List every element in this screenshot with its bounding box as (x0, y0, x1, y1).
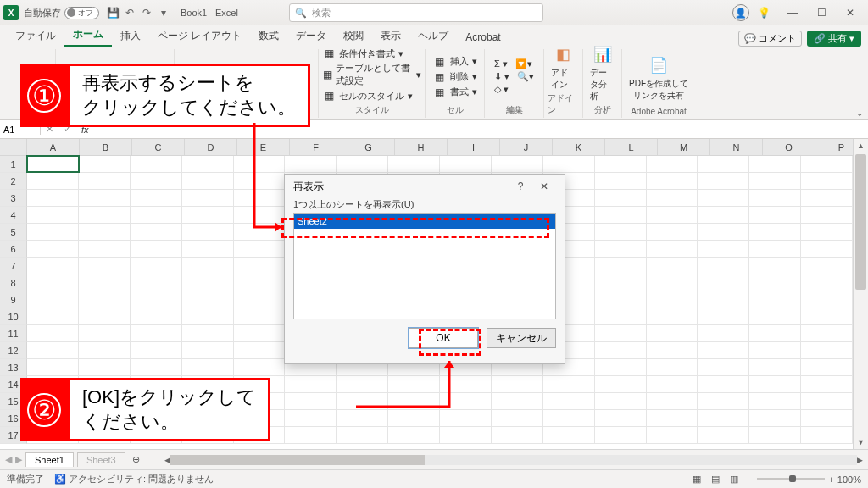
horizontal-scrollbar[interactable]: ◀ ▶ (164, 455, 863, 465)
cell[interactable] (647, 342, 698, 358)
minimize-button[interactable]: — (778, 7, 807, 19)
cell[interactable] (79, 190, 131, 206)
analyze-button[interactable]: 📊データ分析 (587, 43, 618, 103)
cell[interactable] (182, 190, 234, 206)
cell[interactable] (234, 190, 286, 206)
cell[interactable] (27, 308, 79, 324)
row-header[interactable]: 5 (0, 224, 27, 241)
cell[interactable] (647, 173, 698, 189)
zoom-slider[interactable]: − + 100% (748, 474, 861, 485)
cell[interactable] (801, 241, 853, 257)
cond-format-button[interactable]: ▦条件付き書式▾ (322, 47, 421, 60)
cell[interactable] (595, 342, 647, 358)
select-all-corner[interactable] (0, 139, 27, 156)
cell[interactable] (440, 427, 492, 443)
cell[interactable] (234, 173, 286, 189)
cell[interactable] (698, 342, 749, 358)
cell[interactable] (234, 258, 286, 274)
close-button[interactable]: ✕ (836, 7, 865, 19)
cell[interactable] (749, 359, 801, 375)
cell[interactable] (595, 274, 647, 291)
undo-icon[interactable]: ↶ (121, 7, 138, 19)
pdf-button[interactable]: 📄PDFを作成してリンクを共有 (626, 54, 692, 102)
cell[interactable] (27, 241, 79, 257)
cell[interactable] (698, 190, 749, 206)
cell[interactable] (492, 393, 543, 409)
cell[interactable] (79, 359, 131, 375)
cell[interactable] (749, 427, 801, 443)
cell[interactable] (595, 308, 647, 324)
help-icon[interactable]: 💡 (749, 7, 778, 19)
cell[interactable] (749, 376, 801, 392)
cell[interactable] (27, 207, 79, 223)
cell[interactable] (79, 207, 131, 223)
search-input[interactable]: 🔍 検索 (289, 3, 543, 22)
tab-review[interactable]: 校閲 (335, 25, 372, 47)
cell[interactable] (234, 224, 286, 240)
row-header[interactable]: 13 (0, 359, 27, 376)
scroll-thumb[interactable] (855, 154, 866, 290)
cell[interactable] (27, 342, 79, 358)
delete-cells-button[interactable]: ▦削除▾ (433, 70, 477, 84)
cell[interactable] (801, 393, 853, 409)
cell[interactable] (234, 308, 286, 324)
cell[interactable] (79, 258, 131, 274)
cell[interactable] (801, 359, 853, 375)
cell[interactable] (234, 156, 286, 172)
cell[interactable] (27, 156, 79, 172)
cell[interactable] (647, 224, 698, 240)
cell[interactable] (234, 207, 286, 223)
maximize-button[interactable]: ☐ (807, 7, 836, 19)
cell[interactable] (285, 410, 337, 426)
tab-formulas[interactable]: 数式 (250, 25, 287, 47)
cell-style-button[interactable]: ▦セルのスタイル▾ (322, 89, 421, 103)
dialog-help-icon[interactable]: ? (509, 180, 532, 192)
cell[interactable] (440, 393, 492, 409)
cell[interactable] (79, 241, 131, 257)
cell[interactable] (595, 207, 647, 223)
cell[interactable] (492, 410, 543, 426)
sheet-nav-prev-icon[interactable]: ◀ (5, 454, 12, 465)
cell[interactable] (749, 156, 801, 172)
cell[interactable] (27, 258, 79, 274)
cell[interactable] (388, 427, 440, 443)
cell[interactable] (79, 325, 131, 341)
sheet-tab-sheet3[interactable]: Sheet3 (77, 452, 125, 467)
cell[interactable] (388, 376, 440, 392)
tab-home[interactable]: ホーム (64, 24, 112, 47)
vertical-scrollbar[interactable]: ▲ ▼ (853, 139, 868, 449)
cancel-button[interactable]: キャンセル (487, 328, 556, 348)
cell[interactable] (27, 291, 79, 308)
cell[interactable] (27, 325, 79, 341)
view-pagelayout-icon[interactable]: ▤ (711, 474, 720, 485)
cell[interactable] (801, 274, 853, 291)
comments-button[interactable]: 💬コメント (738, 30, 802, 47)
cell[interactable] (234, 325, 286, 341)
cell[interactable] (543, 393, 595, 409)
addin-button[interactable]: ◧アドイン (548, 43, 579, 91)
cell[interactable] (698, 410, 749, 426)
cell[interactable] (698, 308, 749, 324)
avatar[interactable]: 👤 (732, 4, 749, 21)
scroll-down-icon[interactable]: ▼ (854, 435, 868, 449)
table-format-button[interactable]: ▦テーブルとして書式設定▾ (322, 62, 421, 87)
tab-file[interactable]: ファイル (7, 25, 64, 47)
column-header[interactable]: I (448, 139, 500, 156)
cell[interactable] (647, 156, 698, 172)
cell[interactable] (749, 342, 801, 358)
column-header[interactable]: A (27, 139, 80, 156)
cell[interactable] (182, 325, 234, 341)
cell[interactable] (647, 291, 698, 308)
cell[interactable] (647, 427, 698, 443)
column-header[interactable]: B (80, 139, 132, 156)
cell[interactable] (131, 207, 182, 223)
cell[interactable] (182, 258, 234, 274)
cell[interactable] (543, 156, 595, 172)
row-header[interactable]: 2 (0, 173, 27, 190)
cell[interactable] (182, 207, 234, 223)
cell[interactable] (234, 274, 286, 291)
ribbon-collapse-icon[interactable]: ⌄ (856, 108, 863, 118)
cell[interactable] (749, 207, 801, 223)
cell[interactable] (749, 274, 801, 291)
cell[interactable] (440, 156, 492, 172)
